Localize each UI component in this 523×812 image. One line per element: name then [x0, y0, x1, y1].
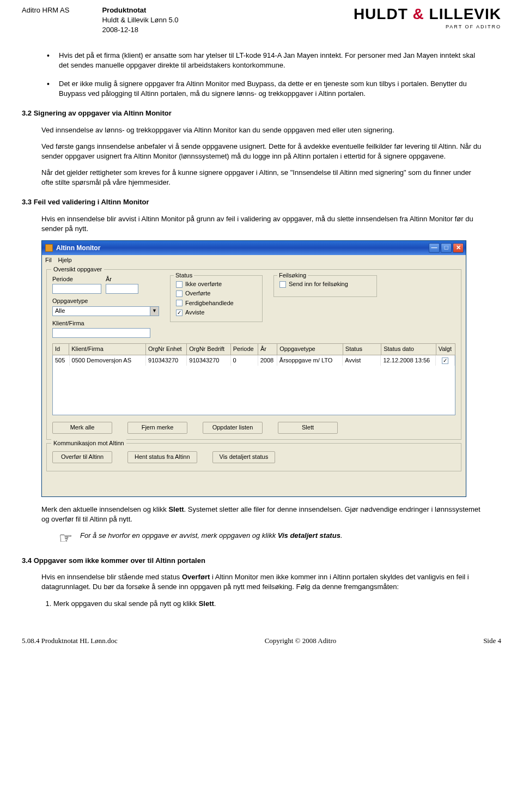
- section-3-3-title: 3.3 Feil ved validering i Altinn Monitor: [22, 197, 482, 207]
- slett-button[interactable]: Slett: [278, 422, 338, 434]
- doc-title: Produktnotat: [102, 5, 178, 15]
- label-klientfirma: Klient/Firma: [52, 319, 159, 328]
- logo-text-left: HULDT: [354, 5, 408, 22]
- maximize-button[interactable]: □: [441, 243, 452, 253]
- minimize-button[interactable]: —: [429, 243, 440, 253]
- window-title: Altinn Monitor: [56, 244, 100, 253]
- s33-after-window: Merk den aktuelle innsendelsen og klikk …: [41, 505, 482, 524]
- merk-alle-button[interactable]: Merk alle: [52, 422, 112, 434]
- cell-orgnrenhet: 910343270: [146, 355, 187, 366]
- footer-right: Side 4: [483, 636, 501, 646]
- logo: HULDT & LILLEVIK PART OF ADITRO: [354, 3, 501, 31]
- group-kommunikasjon-label: Kommunikasjon mot Altinn: [51, 439, 126, 447]
- overfor-til-altinn-button[interactable]: Overfør til Altinn: [52, 451, 112, 463]
- product-name: Huldt & Lillevik Lønn 5.0: [102, 15, 178, 25]
- th-id[interactable]: Id: [53, 344, 69, 355]
- footer-center: Copyright © 2008 Aditro: [265, 636, 337, 646]
- cell-oppgavetype: Årsoppgave m/ LTO: [277, 355, 342, 366]
- close-button[interactable]: ✕: [453, 243, 464, 253]
- section-3-4-title: 3.4 Oppgaver som ikke kommer over til Al…: [22, 556, 482, 566]
- logo-sub: PART OF ADITRO: [354, 23, 501, 31]
- bullet-1: Hvis det på et firma (klient) er ansatte…: [41, 51, 482, 70]
- s32-p1: Ved innsendelse av lønns- og trekkoppgav…: [41, 125, 482, 135]
- hand-pointer-icon: ☞: [59, 531, 72, 546]
- page-header: Aditro HRM AS Produktnotat Huldt & Lille…: [22, 5, 501, 35]
- bullet-2: Det er ikke mulig å signere oppgaver fra…: [41, 79, 482, 99]
- data-table: Id Klient/Firma OrgNr Enhet OrgNr Bedrif…: [52, 343, 455, 355]
- label-aar: År: [106, 275, 138, 283]
- altinn-monitor-window: Altinn Monitor — □ ✕ Fil Hjelp Oversikt …: [41, 240, 466, 497]
- th-orgnrbedrift[interactable]: OrgNr Bedrift: [187, 344, 230, 355]
- menu-help[interactable]: Hjelp: [58, 256, 72, 265]
- cb-feilsoking[interactable]: [279, 281, 286, 288]
- cell-id: 505: [53, 355, 69, 366]
- th-orgnrenhet[interactable]: OrgNr Enhet: [145, 344, 186, 355]
- input-periode[interactable]: [52, 284, 101, 294]
- logo-text-right: LILLEVIK: [429, 5, 501, 22]
- section-3-2-title: 3.2 Signering av oppgaver via Altinn Mon…: [22, 108, 482, 118]
- s34-step-1: Merk oppgaven du skal sende på nytt og k…: [53, 599, 482, 609]
- page-footer: 5.08.4 Produktnotat HL Lønn.doc Copyrigh…: [0, 631, 523, 651]
- cb-ferdig[interactable]: [176, 300, 183, 306]
- feil-group-label: Feilsøking: [277, 271, 308, 280]
- doc-date: 2008-12-18: [102, 25, 178, 35]
- combo-oppgavetype[interactable]: Alle: [52, 306, 150, 316]
- th-statusdato[interactable]: Status dato: [381, 344, 436, 355]
- s32-p2: Ved første gangs innsendelse anbefaler v…: [41, 142, 482, 161]
- company-name: Aditro HRM AS: [22, 5, 69, 35]
- s34-p1: Hvis en innsendelse blir stående med sta…: [41, 572, 482, 592]
- cb-avviste[interactable]: [176, 310, 183, 316]
- cb-avviste-label: Avviste: [185, 308, 204, 317]
- label-oppgavetype: Oppgavetype: [52, 297, 159, 305]
- group-oversikt-label: Oversikt oppgaver: [51, 265, 104, 274]
- note-text: For å se hvorfor en oppgave er avvist, m…: [80, 531, 343, 541]
- ampersand-icon: &: [408, 5, 429, 22]
- cb-feilsoking-label: Send inn for feilsøking: [289, 280, 348, 288]
- cell-klientfirma: 0500 Demoversjon AS: [69, 355, 145, 366]
- oppdater-listen-button[interactable]: Oppdater listen: [203, 422, 263, 434]
- table-row[interactable]: 505 0500 Demoversjon AS 910343270 910343…: [53, 355, 455, 366]
- cell-aar: 2008: [258, 355, 277, 366]
- vis-detaljert-status-button[interactable]: Vis detaljert status: [212, 451, 276, 463]
- label-periode: Periode: [52, 275, 101, 283]
- menu-file[interactable]: Fil: [45, 256, 52, 265]
- hent-status-button[interactable]: Hent status fra Altinn: [127, 451, 197, 463]
- cell-statusdato: 12.12.2008 13:56: [381, 355, 435, 366]
- cell-periode: 0: [230, 355, 258, 366]
- cb-ikke-overforte[interactable]: [176, 281, 183, 288]
- footer-left: 5.08.4 Produktnotat HL Lønn.doc: [22, 636, 118, 646]
- status-group-label: Status: [174, 271, 194, 280]
- table-wrap: Id Klient/Firma OrgNr Enhet OrgNr Bedrif…: [52, 343, 455, 415]
- cb-ikke-overforte-label: Ikke overførte: [185, 280, 222, 288]
- input-klientfirma[interactable]: [52, 328, 150, 338]
- group-oversikt: Oversikt oppgaver Periode År: [46, 269, 461, 440]
- th-status[interactable]: Status: [343, 344, 381, 355]
- app-icon: [45, 244, 53, 252]
- group-kommunikasjon: Kommunikasjon mot Altinn Overfør til Alt…: [46, 443, 461, 471]
- s32-p3: Når det gjelder rettigheter som kreves f…: [41, 168, 482, 187]
- th-periode[interactable]: Periode: [230, 344, 258, 355]
- cb-row-valgt[interactable]: [442, 357, 448, 364]
- cb-ferdig-label: Ferdigbehandlede: [185, 299, 234, 307]
- s33-p1: Hvis en innsendelse blir avvist i Altinn…: [41, 214, 482, 234]
- th-klientfirma[interactable]: Klient/Firma: [69, 344, 146, 355]
- cell-status: Avvist: [343, 355, 381, 366]
- input-aar[interactable]: [106, 284, 138, 294]
- fjern-merke-button[interactable]: Fjern merke: [127, 422, 187, 434]
- cb-overforte-label: Overførte: [185, 289, 210, 298]
- menubar: Fil Hjelp: [42, 255, 466, 266]
- cell-orgnrbedrift: 910343270: [187, 355, 230, 366]
- cb-overforte[interactable]: [176, 290, 183, 297]
- th-aar[interactable]: År: [258, 344, 277, 355]
- titlebar[interactable]: Altinn Monitor — □ ✕: [42, 241, 466, 255]
- th-valgt[interactable]: Valgt: [436, 344, 455, 355]
- chevron-down-icon[interactable]: ▼: [150, 306, 159, 316]
- th-oppgavetype[interactable]: Oppgavetype: [277, 344, 343, 355]
